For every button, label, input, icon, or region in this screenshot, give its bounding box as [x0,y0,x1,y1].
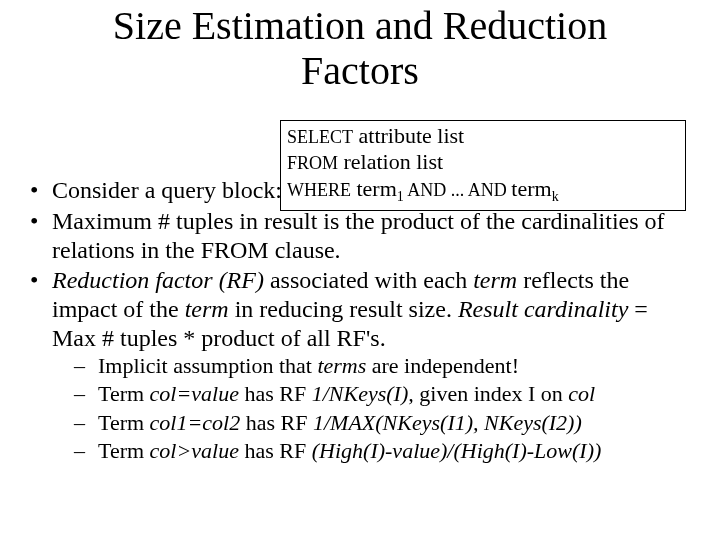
b3-part-c: term [473,267,517,293]
s1-b: terms [317,353,366,378]
s2-a: Term [98,381,150,406]
sub-bullet-4: Term col>value has RF (High(I)-value)/(H… [52,438,695,464]
s4-a: Term [98,438,150,463]
sql-from-keyword: FROM [287,153,338,173]
sql-from-line: FROM relation list [287,149,679,175]
title-line-2: Factors [301,48,419,93]
sub-bullet-1: Implicit assumption that terms are indep… [52,353,695,379]
bullet-2-text: Maximum # tuples in result is the produc… [52,208,665,263]
bullet-1-text: Consider a query block: [52,177,282,203]
s2-f: col [568,381,595,406]
s4-c: has RF [239,438,312,463]
sub-bullet-3: Term col1=col2 has RF 1/MAX(NKeys(I1), N… [52,410,695,436]
b3-part-g: Result cardinality [458,296,628,322]
b3-part-b: associated with each [264,267,473,293]
s2-d: 1/NKeys(I), [312,381,414,406]
s3-c: has RF [240,410,313,435]
slide-title: Size Estimation and Reduction Factors [0,4,720,94]
s2-c: has RF [239,381,312,406]
s2-b: col=value [150,381,239,406]
bullet-1: Consider a query block: [30,176,695,205]
s3-b: col1=col2 [150,410,241,435]
body-text: Consider a query block: Maximum # tuples… [30,176,695,466]
s1-a: Implicit assumption that [98,353,317,378]
s3-d: 1/MAX(NKeys(I1), NKeys(I2)) [313,410,582,435]
s4-b: col>value [150,438,239,463]
sub-bullet-2: Term col=value has RF 1/NKeys(I), given … [52,381,695,407]
s1-c: are independent! [366,353,519,378]
s2-e: given index I on [414,381,569,406]
b3-part-e: term [185,296,229,322]
bullet-2: Maximum # tuples in result is the produc… [30,207,695,265]
s4-d: (High(I)-value)/(High(I)-Low(I)) [312,438,602,463]
b3-part-f: in reducing result size. [229,296,458,322]
sql-from-rest: relation list [338,149,443,174]
sql-select-rest: attribute list [353,123,464,148]
sub-bullets: Implicit assumption that terms are indep… [52,353,695,465]
b3-part-a: Reduction factor (RF) [52,267,264,293]
bullet-3: Reduction factor (RF) associated with ea… [30,266,695,464]
s3-a: Term [98,410,150,435]
sql-select-keyword: SELECT [287,127,353,147]
sql-select-line: SELECT attribute list [287,123,679,149]
title-line-1: Size Estimation and Reduction [113,3,607,48]
